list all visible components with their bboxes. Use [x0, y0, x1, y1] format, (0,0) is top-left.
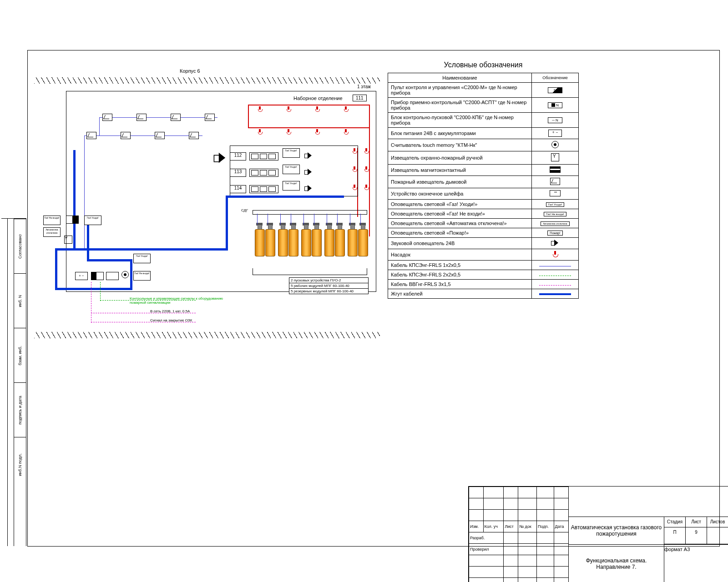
- speaker-icon: [304, 185, 313, 191]
- gas-cylinder: [324, 223, 334, 256]
- revision-grid: Изм.Кол. учЛист№ докПодп.Дата Разраб. Пр…: [469, 487, 569, 582]
- room-number: 111: [353, 95, 367, 101]
- nozzle-icon: [364, 185, 368, 190]
- nozzle-icon: [344, 129, 348, 135]
- smoke-detector: [205, 114, 215, 121]
- building-label: Корпус 6: [180, 68, 200, 74]
- legend-table: НаименованиеОбозначение Пульт контроля и…: [388, 73, 579, 299]
- speaker-icon: [304, 169, 313, 175]
- sign-auto-off: Автоматика отключена: [43, 227, 61, 237]
- subroom-row: 112 Газ! Уходи!: [230, 148, 353, 158]
- subroom-row: 114 Газ! Уходи!: [230, 181, 353, 191]
- wall-hatch-top: [34, 77, 380, 84]
- sign-leave: Газ! Уходи!: [133, 254, 151, 263]
- speaker-icon: [304, 152, 313, 159]
- room-title: Наборное отделение: [293, 95, 343, 101]
- gas-cylinder: [278, 223, 287, 256]
- legend-title: Условные обозначения: [388, 61, 579, 69]
- arrow-label: В сеть 220В, 1 кат. 0.5А: [150, 309, 190, 313]
- left-strip: Согласовано инб. N бзам. инб. подпись и …: [1, 218, 26, 546]
- sheet-title: Функциональная схема. Направление 7.: [569, 545, 664, 582]
- smoke-detector: [121, 132, 131, 139]
- det-bus-top: [99, 117, 217, 118]
- gas-cylinder: [288, 223, 298, 256]
- gas-cylinder: [335, 223, 344, 256]
- sign-leave: Газ! Уходи!: [84, 216, 101, 225]
- vlabel: подпись и дата: [18, 396, 22, 424]
- smoke-detector: [189, 132, 199, 139]
- gas-cylinder: [301, 223, 310, 256]
- nozzle-icon: [258, 129, 262, 135]
- sign-noenter: Газ! Не входи!: [133, 271, 151, 281]
- psu-symbol: + −: [75, 272, 88, 280]
- gas-cylinder: [358, 223, 367, 256]
- det-bus-bot: [84, 135, 202, 136]
- arrow-label: Сигнал на закрытие ОЗК: [150, 318, 192, 322]
- sign-noenter: Газ! Не входи!: [43, 216, 61, 225]
- vlabel: бзам. инб.: [18, 346, 22, 365]
- subroom-row: 113 Газ! Уходи!: [230, 165, 353, 175]
- smoke-detector: [136, 114, 147, 121]
- nozzle-icon: [287, 129, 290, 135]
- brace-note: 2 пусковых устройства ПУО-2 5 рабочих мо…: [289, 277, 369, 294]
- gas-cylinder: [348, 223, 357, 256]
- page: Согласовано инб. N бзам. инб. подпись и …: [0, 0, 728, 582]
- gas-cylinder: [265, 223, 274, 256]
- manual-call-point: Y: [64, 236, 72, 244]
- legend-panel: Условные обозначения НаименованиеОбознач…: [388, 59, 579, 299]
- nozzle-icon: [315, 106, 319, 112]
- nozzle-icon: [344, 106, 348, 112]
- vlabel: Согласовано: [18, 234, 22, 258]
- vlabel: инб.N подл.: [18, 453, 22, 476]
- smoke-detector: [171, 114, 181, 121]
- panel-c2000m: [66, 216, 79, 224]
- nozzle-icon: [364, 148, 368, 154]
- cable-bus: [73, 248, 228, 251]
- vlabel: инб. N: [18, 295, 22, 307]
- brace: [253, 268, 367, 275]
- floor-label: 1 этаж: [357, 84, 371, 89]
- gas-cylinder: [312, 223, 321, 256]
- smoke-detector: [102, 114, 112, 121]
- nozzle-icon: [258, 106, 262, 112]
- project-title: Автоматическая установка газового пожаро…: [569, 517, 664, 544]
- speaker-icon: [214, 153, 227, 163]
- arrow-label: Контрольные и управляющие сигналы к обор…: [130, 296, 230, 305]
- kpb-symbol: [106, 272, 119, 280]
- sdg-label: СДГ: [241, 208, 248, 212]
- nozzle-icon: [364, 166, 368, 172]
- schematic-area: Корпус 6 1 этаж Наборное отделение 111: [34, 59, 380, 350]
- smoke-detector: [155, 132, 165, 139]
- wall-hatch-bottom: [34, 332, 380, 338]
- gas-cylinder: [255, 223, 264, 256]
- format-label: формат А3: [664, 547, 723, 582]
- ktm-reader: [121, 271, 129, 278]
- smoke-detector: [86, 132, 96, 139]
- nozzle-icon: [287, 106, 290, 112]
- nozzle-icon: [315, 129, 319, 135]
